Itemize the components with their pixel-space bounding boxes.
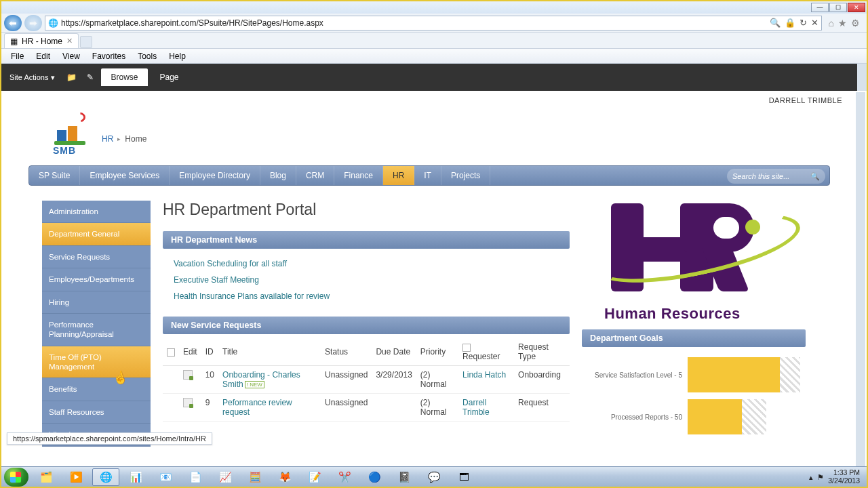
breadcrumb: HR ▸ Home [102,134,146,144]
topnav-item-employee-services[interactable]: Employee Services [80,166,170,185]
minimize-button[interactable]: — [811,3,829,12]
topnav-item-hr[interactable]: HR [383,166,414,185]
leftnav-item-employees-departments[interactable]: Employees/Departments [42,268,151,291]
edit-item-icon[interactable] [183,370,193,380]
taskbar-chrome-icon[interactable]: 🔵 [361,468,388,486]
forward-button[interactable]: ➡ [24,15,42,31]
leftnav-item-staff-resources[interactable]: Staff Resources [42,401,151,424]
taskbar-app-icon[interactable]: 🗔 [450,468,477,486]
site-search-input[interactable]: Search this site...🔍 [727,169,825,184]
tray-expand-icon[interactable]: ▴ [809,473,813,481]
taskbar-mediaplayer-icon[interactable]: ▶️ [62,468,90,486]
breadcrumb-root[interactable]: HR [102,134,113,144]
taskbar-onenote-icon[interactable]: 📓 [391,468,418,486]
window-titlebar: — ☐ ✕ [1,1,867,14]
taskbar-ie-icon[interactable]: 🌐 [92,468,119,486]
checkbox-header[interactable] [462,344,471,352]
leftnav-item-benefits[interactable]: Benefits [42,378,151,401]
leftnav-item-hiring[interactable]: Hiring [42,291,151,314]
menu-file[interactable]: File [5,50,29,62]
col-status[interactable]: Status [321,338,372,366]
topnav-item-finance[interactable]: Finance [334,166,383,185]
topnav-item-blog[interactable]: Blog [260,166,296,185]
leftnav-item-service-requests[interactable]: Service Requests [42,246,151,268]
edit-item-icon[interactable] [183,398,193,407]
edit-page-icon[interactable]: ✎ [82,69,98,85]
requester-link[interactable]: Linda Hatch [462,370,506,380]
maximize-button[interactable]: ☐ [829,3,847,12]
taskbar-calculator-icon[interactable]: 🧮 [241,468,269,486]
home-icon[interactable]: ⌂ [829,18,834,28]
tools-gear-icon[interactable]: ⚙ [851,18,860,28]
search-dropdown-icon[interactable]: 🔍 [770,18,781,28]
col-requester[interactable]: Requester [458,338,514,366]
stop-icon[interactable]: ✕ [811,18,818,28]
request-title-link[interactable]: Peformance review request [222,398,292,417]
col-id[interactable]: ID [201,338,218,366]
search-icon[interactable]: 🔍 [810,172,820,181]
taskbar-excel-icon[interactable]: 📊 [122,468,149,486]
menu-edit[interactable]: Edit [31,50,56,62]
menu-help[interactable]: Help [163,50,191,62]
menu-tools[interactable]: Tools [132,50,162,62]
col-title[interactable]: Title [218,338,321,366]
site-logo[interactable]: SMB [50,111,90,145]
topnav-item-sp-suite[interactable]: SP Suite [29,166,80,185]
topnav-item-employee-directory[interactable]: Employee Directory [170,166,260,185]
url-text: https://spmarketplace.sharepoint.com/SPs… [61,18,767,28]
page-title: HR Department Portal [163,201,570,219]
browser-tab-active[interactable]: ▦ HR - Home ✕ [4,33,79,48]
col-type[interactable]: Request Type [514,338,570,366]
col-duedate[interactable]: Due Date [372,338,416,366]
taskbar-powerpoint-icon[interactable]: 📈 [212,468,239,486]
taskbar-firefox-icon[interactable]: 🦊 [271,468,298,486]
news-link[interactable]: Executive Staff Meeting [174,272,559,288]
close-button[interactable]: ✕ [848,3,865,12]
tray-flag-icon[interactable]: ⚑ [817,473,824,481]
site-actions-menu[interactable]: Site Actions▾ [4,70,60,85]
menu-view[interactable]: View [57,50,85,62]
url-field[interactable]: 🌐 https://spmarketplace.sharepoint.com/S… [45,16,822,30]
taskbar-notepad-icon[interactable]: 📝 [301,468,328,486]
start-button[interactable] [4,468,28,487]
hr-logo-image: Human Resources [585,201,802,323]
ribbon-tab-browse[interactable]: Browse [101,68,147,86]
refresh-icon[interactable]: ↻ [800,18,807,28]
leftnav-item-performance-planning-appraisal[interactable]: Performance Planning/Appraisal [42,314,151,346]
tab-close-icon[interactable]: ✕ [66,37,73,45]
new-tab-button[interactable] [80,36,92,48]
menu-favorites[interactable]: Favorites [87,50,131,62]
cell-type: Request [514,394,570,422]
col-priority[interactable]: Priority [416,338,458,366]
taskbar-outlook-icon[interactable]: 📧 [152,468,179,486]
status-link-preview: https://spmarketplace.sharepoint.com/sit… [7,432,212,445]
news-link[interactable]: Health Insurance Plans available for rev… [174,288,559,304]
topnav-item-it[interactable]: IT [414,166,441,185]
checkbox-all[interactable] [167,348,175,357]
user-menu[interactable]: DARRELL TRIMBLE [3,92,856,108]
system-tray[interactable]: ▴ ⚑ 1:33 PM 3/24/2013 [805,469,864,485]
goals-chart: Service Satisfaction Level - 5Processed … [582,347,806,438]
leftnav-item-time-off-pto-management[interactable]: Time Off (PTO) Management [42,346,151,379]
taskbar-skype-icon[interactable]: 💬 [420,468,448,486]
top-navigation: SP SuiteEmployee ServicesEmployee Direct… [28,165,830,186]
chevron-right-icon: ▸ [117,136,121,142]
cell-status: Unassigned [321,394,372,422]
topnav-item-crm[interactable]: CRM [296,166,334,185]
col-edit[interactable]: Edit [179,338,201,366]
news-link[interactable]: Vacation Scheduling for all staff [174,256,559,272]
requester-link[interactable]: Darrell Trimble [462,398,490,417]
back-button[interactable]: ⬅ [4,15,22,31]
topnav-item-projects[interactable]: Projects [441,166,490,185]
ribbon-tab-page[interactable]: Page [151,68,189,86]
favorites-icon[interactable]: ★ [838,18,847,28]
left-navigation: AdministrationDepartment GeneralService … [42,201,151,447]
taskbar-word-icon[interactable]: 📄 [182,468,209,486]
taskbar-explorer-icon[interactable]: 🗂️ [33,468,60,486]
taskbar-snip-icon[interactable]: ✂️ [331,468,358,486]
leftnav-item-administration[interactable]: Administration [42,201,151,223]
cell-id: 9 [201,394,218,422]
leftnav-item-department-general[interactable]: Department General [42,223,151,245]
tray-clock[interactable]: 1:33 PM 3/24/2013 [828,469,860,485]
navigate-up-icon[interactable]: 📁 [63,69,79,85]
